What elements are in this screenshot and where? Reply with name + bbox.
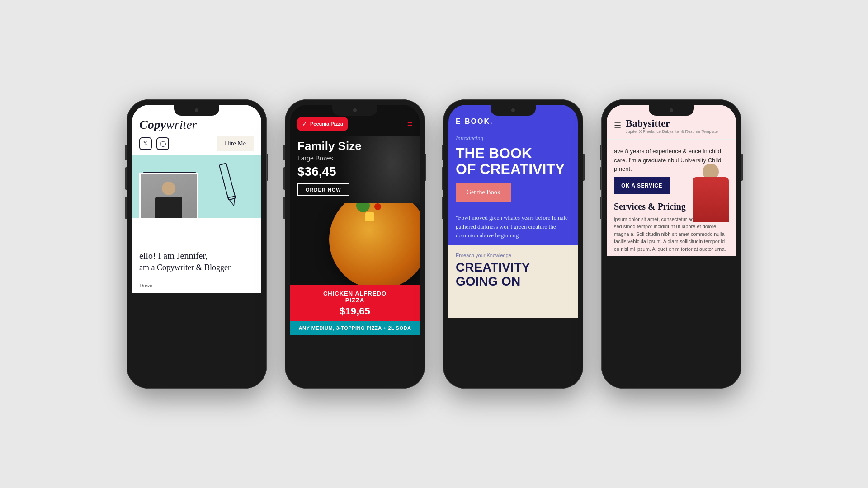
- svg-marker-10: [228, 196, 237, 206]
- order-now-button[interactable]: ORDER NOW: [297, 183, 349, 196]
- product-name: CHICKEN ALFREDOPIZZA: [297, 290, 412, 304]
- logo-text: Pecunia Pizza: [310, 121, 343, 127]
- person-figure: [153, 182, 184, 218]
- phone-1: Copywriter 𝕏 ◯ Hire Me: [127, 99, 267, 389]
- pizza-logo: ✓ Pecunia Pizza: [297, 117, 348, 131]
- hire-me-button[interactable]: Hire Me: [217, 136, 254, 151]
- topping-pepper: [374, 203, 381, 210]
- secondary-title: CREATIVITY GOING ON: [456, 261, 571, 289]
- topping-herb: [356, 203, 370, 212]
- secondary-section: Enreach your Knowledge CREATIVITY GOING …: [448, 245, 578, 318]
- menu-icon[interactable]: ☰: [614, 121, 621, 131]
- product-section: CHICKEN ALFREDOPIZZA $19,65: [290, 285, 420, 321]
- copywriter-banner: [132, 155, 261, 218]
- instagram-icon[interactable]: ◯: [156, 137, 169, 150]
- photo-section: OK A SERVICE: [607, 177, 736, 194]
- pizza-boxes-label: Large Boxes: [297, 155, 412, 162]
- book-service-button[interactable]: OK A SERVICE: [614, 177, 670, 194]
- promo-text: ANY MEDIUM, 3-TOPPING PIZZA + 2L SODA: [297, 325, 412, 331]
- ebook-label: E-BOOK.: [456, 117, 571, 126]
- topping-cheese: [365, 212, 374, 221]
- scroll-text: Down: [132, 279, 261, 293]
- woman-photo: [695, 164, 736, 222]
- secondary-label: Enreach your Knowledge: [456, 253, 571, 258]
- social-icons: 𝕏 ◯: [139, 137, 169, 150]
- phone-2: ✓ Pecunia Pizza ≡ Family Size Large Boxe…: [285, 99, 425, 389]
- pizza-image: [290, 203, 420, 285]
- book-quote: "Fowl moved green whales years before fe…: [448, 210, 578, 245]
- hello-text: ello! I am Jennifer,: [139, 249, 254, 262]
- title-writer: writer: [166, 117, 197, 131]
- pizza-category: Family Size: [297, 140, 412, 153]
- about-section: ello! I am Jennifer, am a Copywriter & B…: [132, 218, 261, 279]
- copywriter-screen: Copywriter 𝕏 ◯ Hire Me: [132, 105, 261, 293]
- promo-section: ANY MEDIUM, 3-TOPPING PIZZA + 2L SODA: [290, 321, 420, 335]
- template-subtitle: Jupiter X Freelance Babysitter & Resume …: [626, 129, 729, 134]
- profile-photo-container: [139, 173, 198, 218]
- pizza-circle: [329, 203, 420, 285]
- phone-4: ☰ Babysitter Jupiter X Freelance Babysit…: [601, 99, 741, 389]
- title-line1: THE BOOK: [456, 145, 571, 161]
- profile-photo: [141, 174, 197, 218]
- phone-3: E-BOOK. Introducing THE BOOK OF CREATIVI…: [443, 99, 583, 389]
- svg-rect-9: [219, 163, 236, 200]
- phone1-nav: 𝕏 ◯ Hire Me: [132, 136, 261, 155]
- checkmark-icon: ✓: [302, 120, 307, 128]
- ebook-screen: E-BOOK. Introducing THE BOOK OF CREATIVI…: [448, 105, 578, 318]
- hamburger-menu-icon[interactable]: ≡: [407, 119, 412, 129]
- person-head: [162, 182, 175, 195]
- pizza-screen: ✓ Pecunia Pizza ≡ Family Size Large Boxe…: [290, 105, 420, 335]
- get-book-button[interactable]: Get the Book: [456, 183, 511, 202]
- babysitter-title: Babysitter: [626, 117, 729, 129]
- secondary-line1: CREATIVITY: [456, 261, 571, 275]
- secondary-line2: GOING ON: [456, 275, 571, 289]
- title-block: Babysitter Jupiter X Freelance Babysitte…: [626, 117, 729, 134]
- pizza-price: $36,45: [297, 164, 412, 179]
- role-text: am a Copywriter & Blogger: [139, 262, 254, 273]
- title-line2: OF CREATIVITY: [456, 161, 571, 177]
- twitter-icon[interactable]: 𝕏: [139, 137, 152, 150]
- copywriter-title: Copywriter: [139, 117, 197, 132]
- product-price: $19,65: [297, 305, 412, 317]
- pizza-hero: Family Size Large Boxes $36,45 ORDER NOW: [290, 136, 420, 203]
- ebook-intro: Introducing: [448, 131, 578, 144]
- woman-body: [693, 177, 729, 222]
- title-copy: Copy: [139, 117, 166, 131]
- babysitter-screen: ☰ Babysitter Jupiter X Freelance Babysit…: [607, 105, 736, 256]
- person-body: [155, 197, 182, 218]
- ebook-title: THE BOOK OF CREATIVITY: [448, 144, 578, 183]
